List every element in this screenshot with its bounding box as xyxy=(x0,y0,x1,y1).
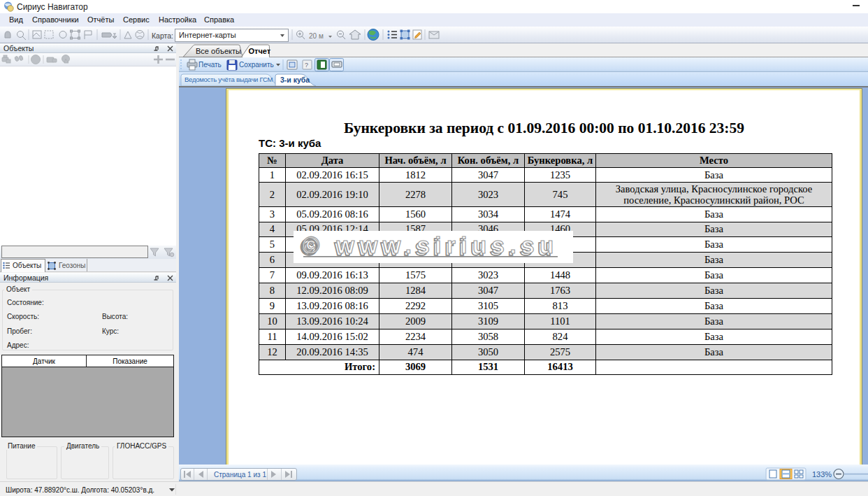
svg-text:3-и куба: 3-и куба xyxy=(280,76,310,84)
svg-text:Страница 1 из 1: Страница 1 из 1 xyxy=(214,471,266,479)
svg-text:133%: 133% xyxy=(812,470,832,479)
svg-text:Все объекты: Все объекты xyxy=(196,47,241,55)
svg-text:© www.sirius.su: © www.sirius.su xyxy=(303,232,559,258)
svg-text:?: ? xyxy=(305,62,308,69)
svg-text:Ведомость учёта выдачи ГСМ: Ведомость учёта выдачи ГСМ xyxy=(185,76,273,83)
svg-text:Отчет: Отчет xyxy=(249,47,271,55)
